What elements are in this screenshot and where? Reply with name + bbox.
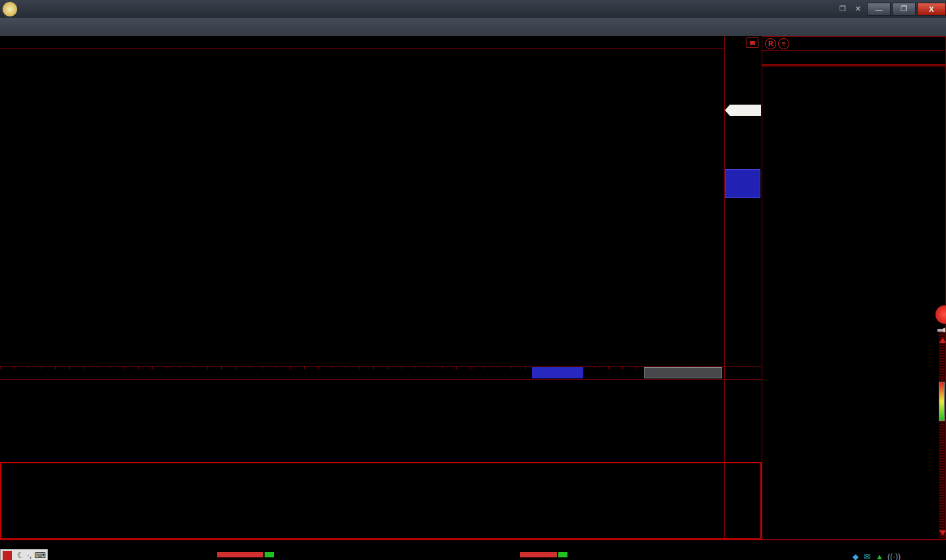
status-bar: ◆ ✉ ▲ ((·)) <box>0 552 946 560</box>
ime-lang-icon[interactable] <box>3 551 12 560</box>
minimize-button[interactable]: — <box>867 3 891 16</box>
last-price-marker <box>725 105 761 116</box>
macd-chart[interactable] <box>0 473 724 539</box>
ime-punct-icon[interactable]: ·, <box>27 551 32 560</box>
pin-icon[interactable] <box>937 329 945 332</box>
scroll-down-icon[interactable] <box>939 530 946 536</box>
ime-moon-icon[interactable]: ☾ <box>17 551 24 560</box>
app-logo <box>3 2 17 16</box>
close-button[interactable]: X <box>917 3 946 16</box>
rights-icon[interactable]: R <box>765 38 776 49</box>
macd-info-bar <box>3 463 760 474</box>
chart-maximize-icon[interactable] <box>747 38 758 48</box>
x-axis <box>0 366 762 380</box>
selected-date-badge <box>532 367 583 378</box>
kdj-chart[interactable] <box>0 391 724 461</box>
toolbar <box>0 18 946 36</box>
cursor-value-badge <box>725 169 760 198</box>
index2-bar2 <box>558 552 567 557</box>
mdi-close-icon[interactable]: ✕ <box>851 5 866 13</box>
ime-keyboard-icon[interactable]: ⌨ <box>34 551 45 560</box>
candlestick-chart[interactable] <box>0 59 724 366</box>
quote-panel: R ≡ <box>762 36 946 540</box>
ime-toolbar[interactable]: ☾ ·, ⌨ <box>0 549 48 560</box>
list-icon[interactable]: ≡ <box>778 38 789 49</box>
index2-bar <box>520 552 557 557</box>
tab-bar-filler <box>0 540 946 553</box>
signal-icon: ◆ <box>853 552 858 560</box>
index1-bar2 <box>265 552 274 557</box>
period-label[interactable] <box>724 367 762 379</box>
maximize-button[interactable]: ❐ <box>892 3 916 16</box>
kdj-info-bar <box>3 380 760 392</box>
tick-list <box>762 66 945 66</box>
indicator-tab-bar <box>0 540 946 553</box>
sound-icon: ((·)) <box>887 552 901 560</box>
month-range-box[interactable] <box>644 367 722 378</box>
mdi-restore-icon[interactable]: ❐ <box>835 5 851 13</box>
ma-info-bar <box>3 49 760 60</box>
weibi-row <box>762 50 945 64</box>
index1-bar <box>217 552 263 557</box>
title-bar: ❐ ✕ — ❐ X <box>0 0 946 18</box>
tick-scrollbar[interactable] <box>939 328 945 538</box>
quote-panel-header: R ≡ <box>762 37 945 50</box>
scrollbar-thumb[interactable] <box>939 382 945 421</box>
up-arrow-icon: ▲ <box>876 552 883 560</box>
window-controls: ❐ ✕ — ❐ X <box>835 3 946 16</box>
x-axis-ticks <box>0 367 724 369</box>
scroll-up-icon[interactable] <box>939 338 946 343</box>
mail-icon: ✉ <box>864 552 870 560</box>
stock-info-bar <box>3 37 760 48</box>
